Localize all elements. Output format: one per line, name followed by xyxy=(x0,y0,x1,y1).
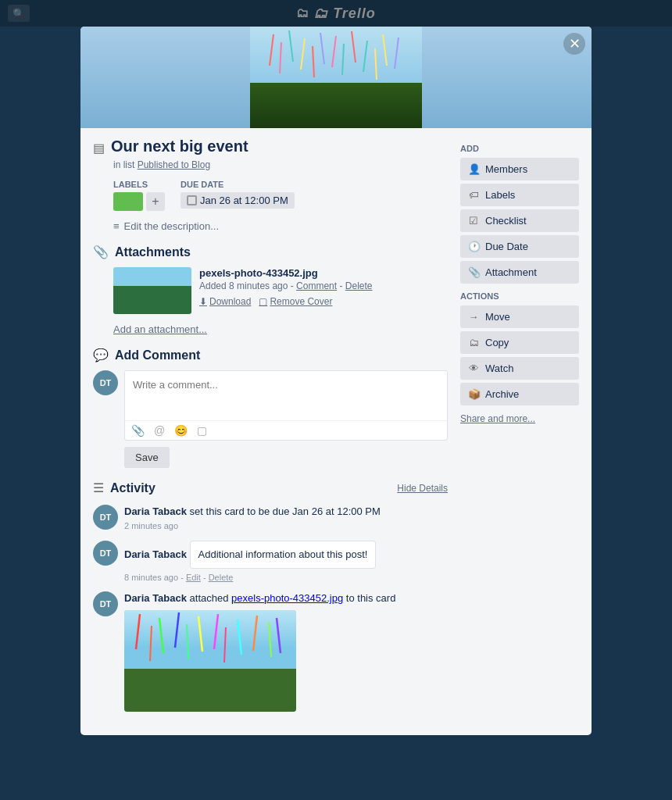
attachment-comment-link[interactable]: Comment xyxy=(296,280,337,291)
watch-label: Watch xyxy=(485,362,513,374)
attachment-meta: Added 8 minutes ago - Comment - Delete xyxy=(199,280,448,291)
attachment-name: pexels-photo-433452.jpg xyxy=(199,267,448,279)
due-date-section: Due Date Jan 26 at 12:00 PM xyxy=(181,180,295,211)
svg-line-1 xyxy=(289,30,293,62)
card-title-section: ▤ Our next big event xyxy=(93,136,448,156)
card-title[interactable]: Our next big event xyxy=(111,136,248,156)
share-more-link[interactable]: Share and more... xyxy=(460,413,535,424)
comment-box: 📎 @ 😊 ▢ xyxy=(124,370,448,441)
add-label-button[interactable]: + xyxy=(146,192,165,211)
due-date-label: Due Date xyxy=(485,241,528,252)
modal-close-button[interactable]: ✕ xyxy=(563,33,585,55)
comment-bubble: Additional information about this post! xyxy=(190,541,377,569)
svg-line-3 xyxy=(320,33,324,64)
labels-section: Labels + xyxy=(113,180,165,211)
hide-details-link[interactable]: Hide Details xyxy=(397,483,448,494)
add-attachment-link[interactable]: Add an attachment... xyxy=(113,323,207,335)
activity-title-row: ☰ Activity xyxy=(93,480,155,495)
attachment-toolbar-icon[interactable]: 📎 xyxy=(131,424,145,437)
user-avatar: DT xyxy=(93,370,118,395)
actions-section-title: Actions xyxy=(460,291,579,301)
due-date-badge[interactable]: Jan 26 at 12:00 PM xyxy=(181,192,295,209)
activity-attach-link[interactable]: pexels-photo-433452.jpg xyxy=(231,592,343,604)
comment-header: 💬 Add Comment xyxy=(93,348,448,362)
modal-overlay[interactable]: ✕ ▤ Our next big event in list Published… xyxy=(0,0,672,800)
checklist-button[interactable]: ☑ Checklist xyxy=(460,209,579,232)
attachments-title: Attachments xyxy=(115,245,191,259)
svg-line-2 xyxy=(301,38,305,70)
attachment-info: pexels-photo-433452.jpg Added 8 minutes … xyxy=(199,267,448,314)
activity-user: Daria Taback xyxy=(124,505,187,517)
watch-icon: 👁 xyxy=(468,362,479,374)
labels-label: Labels xyxy=(485,189,515,201)
checklist-label: Checklist xyxy=(485,215,527,227)
due-date-button[interactable]: 🕐 Due Date xyxy=(460,235,579,258)
card-toolbar-icon[interactable]: ▢ xyxy=(197,424,207,437)
emoji-toolbar-icon[interactable]: 😊 xyxy=(174,424,188,437)
activity-item: DT Daria Taback set this card to be due … xyxy=(93,505,448,533)
description-icon: ≡ xyxy=(113,220,120,232)
svg-line-12 xyxy=(375,48,377,80)
save-comment-button[interactable]: Save xyxy=(124,447,170,468)
edit-description-text: Edit the description... xyxy=(124,220,219,232)
svg-line-10 xyxy=(313,46,314,77)
add-section-title: Add xyxy=(460,144,579,153)
members-button[interactable]: 👤 Members xyxy=(460,158,579,180)
download-link[interactable]: ⬇ Download xyxy=(199,296,251,307)
svg-line-7 xyxy=(383,34,387,66)
add-comment-title: Add Comment xyxy=(115,348,200,362)
due-date-heading: Due Date xyxy=(181,180,295,189)
modal-sidebar: Add 👤 Members 🏷 Labels ☑ Checklist 🕐 Due… xyxy=(460,136,579,720)
attachments-section: 📎 Attachments pexels-photo-433452.jpg Ad… xyxy=(93,245,448,335)
mention-toolbar-icon[interactable]: @ xyxy=(154,424,165,437)
label-badges: + xyxy=(113,192,165,211)
activity-header: ☰ Activity Hide Details xyxy=(93,480,448,495)
list-ref-link[interactable]: Published to Blog xyxy=(138,159,210,170)
activity-action: set this card to be due Jan 26 at 12:00 … xyxy=(190,505,381,517)
activity-timestamp: 2 minutes ago xyxy=(124,520,448,532)
attached-image-bg xyxy=(124,610,296,712)
attached-image-svg xyxy=(124,610,296,712)
edit-description-link[interactable]: ≡ Edit the description... xyxy=(113,220,448,232)
activity-title: Activity xyxy=(110,481,155,495)
svg-line-8 xyxy=(395,38,399,69)
copy-label: Copy xyxy=(485,337,509,348)
move-icon: → xyxy=(468,311,479,323)
label-badge-green[interactable] xyxy=(113,192,143,211)
attachment-delete-link[interactable]: Delete xyxy=(345,280,373,291)
activity-text: Daria Taback set this card to be due Jan… xyxy=(124,505,448,533)
due-date-icon: 🕐 xyxy=(468,241,479,252)
comment-input-row: DT 📎 @ 😊 ▢ xyxy=(93,370,448,441)
svg-line-9 xyxy=(280,42,281,73)
card-modal: ✕ ▤ Our next big event in list Published… xyxy=(80,27,592,735)
delete-comment-link[interactable]: Delete xyxy=(209,573,234,582)
comment-edit-links: 8 minutes ago - Edit - Delete xyxy=(124,572,448,584)
svg-line-6 xyxy=(363,41,367,72)
comment-textarea[interactable] xyxy=(125,371,447,418)
attachment-actions: ⬇ Download ▢ Remove Cover xyxy=(199,296,448,307)
attachment-button[interactable]: 📎 Attachment xyxy=(460,261,579,284)
checklist-icon: ☑ xyxy=(468,215,479,227)
attachment-thumbnail[interactable] xyxy=(113,267,191,314)
edit-comment-link[interactable]: Edit xyxy=(186,573,201,582)
labels-button[interactable]: 🏷 Labels xyxy=(460,184,579,206)
remove-cover-icon: ▢ xyxy=(259,296,267,307)
activity-avatar: DT xyxy=(93,541,118,566)
activity-attach-suffix: to this card xyxy=(346,592,396,604)
watch-button[interactable]: 👁 Watch xyxy=(460,357,579,380)
remove-cover-link[interactable]: ▢ Remove Cover xyxy=(259,296,332,307)
activity-comment-user: Daria Taback xyxy=(124,548,187,560)
activity-comment-item: DT Daria Taback Additional information a… xyxy=(93,541,448,584)
modal-main: ▤ Our next big event in list Published t… xyxy=(93,136,448,720)
due-date-checkbox[interactable] xyxy=(187,195,197,205)
activity-avatar: DT xyxy=(93,505,118,530)
members-label: Members xyxy=(485,163,527,175)
activity-attach-prefix: attached xyxy=(190,592,232,604)
move-button[interactable]: → Move xyxy=(460,305,579,328)
archive-label: Archive xyxy=(485,388,519,400)
modal-body: ▤ Our next big event in list Published t… xyxy=(80,128,592,735)
copy-button[interactable]: 🗂 Copy xyxy=(460,331,579,354)
archive-button[interactable]: 📦 Archive xyxy=(460,383,579,405)
svg-line-0 xyxy=(270,34,273,66)
attachment-label: Attachment xyxy=(485,266,537,278)
